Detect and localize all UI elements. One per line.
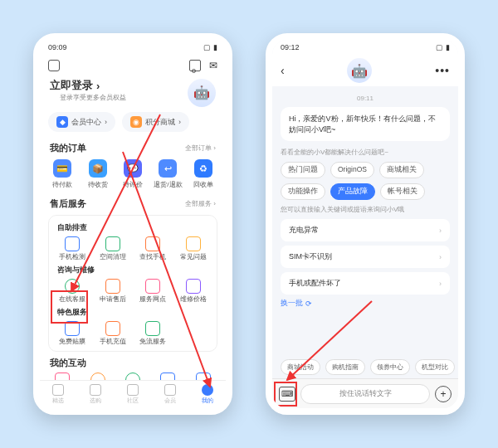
chip-originos[interactable]: OriginOS (330, 162, 374, 178)
space-clean[interactable]: 空间清理 (93, 236, 134, 261)
points-mall-pill[interactable]: ◉积分商城› (122, 112, 189, 132)
order-refund[interactable]: ↩退货/退款 (150, 159, 185, 189)
interact-title: 我的互动 (50, 357, 86, 369)
special-title: 特色服务 (52, 305, 213, 319)
consult-title: 咨询与维修 (52, 263, 213, 277)
chip-fault[interactable]: 产品故障 (330, 183, 375, 200)
chat-time: 09:11 (281, 95, 450, 102)
more-button[interactable]: ••• (435, 64, 450, 77)
phone-check[interactable]: 手机检测 (52, 236, 93, 261)
login-subtitle: 登录享受更多会员权益 (50, 93, 136, 107)
settings-icon[interactable] (48, 60, 60, 71)
chip-mall[interactable]: 商城相关 (379, 162, 424, 178)
selfcheck-title: 自助排查 (52, 221, 213, 235)
bot-avatar: 🤖 (347, 58, 372, 83)
status-icons: ▢ ▮ (436, 43, 450, 51)
input-bar: ⌨ 按住说话转文字 + (272, 378, 458, 408)
chevron-right-icon: › (96, 80, 100, 92)
bchip-coupon[interactable]: 领券中心 (370, 359, 410, 375)
bchip-activity[interactable]: 商城活动 (281, 359, 320, 375)
status-icons: ▢ ▮ (203, 43, 217, 51)
tab-community[interactable]: 社区 (115, 381, 152, 408)
plus-button[interactable]: + (435, 386, 452, 402)
category-chips: 热门问题 OriginOS 商城相关 功能操作 产品故障 帐号相关 (281, 162, 450, 200)
phone-right: 09:12 ▢ ▮ ‹ 🤖 ••• 09:11 Hi，亲爱的V粉，新年快乐！有什… (266, 33, 465, 415)
repair-price[interactable]: 维修价格 (173, 279, 214, 304)
chat-header: ‹ 🤖 ••• (272, 55, 458, 86)
online-service[interactable]: 在线客服 (52, 279, 93, 304)
order-pending-receive[interactable]: 📦待收货 (80, 159, 115, 189)
free-film[interactable]: 免费贴膜 (52, 321, 93, 346)
order-pending-review[interactable]: 💬待评价 (115, 159, 150, 189)
top-bar: ✉ (40, 55, 226, 76)
order-pending-pay[interactable]: 💳待付款 (45, 159, 80, 189)
hint-2: 您可以直接输入关键词或提语来询问小V哦 (281, 205, 450, 214)
member-center-pill[interactable]: ◆会员中心› (48, 112, 115, 132)
faq-sim[interactable]: SIM卡不识别 (281, 246, 450, 268)
orders-title: 我的订单 (50, 142, 86, 154)
bchip-guide[interactable]: 购机指南 (325, 359, 365, 375)
phone-recharge[interactable]: 手机充值 (93, 321, 134, 346)
tab-bar: 精选 选购 社区 会员 我的 (40, 380, 226, 408)
phone-left: 09:09 ▢ ▮ ✉ 立即登录› 登录享受更多会员权益 🤖 ◆会员中心› ◉积… (33, 33, 232, 415)
back-button[interactable]: ‹ (281, 64, 285, 77)
refresh-icon: ⟳ (305, 299, 312, 308)
order-recycle[interactable]: ♻回收单 (186, 159, 221, 189)
message-icon[interactable]: ✉ (209, 60, 217, 71)
faq-charging[interactable]: 充电异常 (281, 219, 450, 241)
voice-input[interactable]: 按住说话转文字 (300, 384, 430, 404)
bchip-compare[interactable]: 机型对比 (415, 359, 455, 375)
chip-hot[interactable]: 热门问题 (281, 162, 325, 178)
greeting-bubble: Hi，亲爱的V粉，新年快乐！有什么问题，不妨问问小V吧~ (281, 107, 450, 141)
service-title: 售后服务 (50, 197, 86, 210)
suggestion-chips: 商城活动 购机指南 领券中心 机型对比 以 (272, 359, 458, 375)
apply-aftersale[interactable]: 申请售后 (93, 279, 134, 304)
status-time: 09:09 (48, 43, 67, 51)
status-time: 09:12 (281, 43, 300, 51)
service-more[interactable]: 全部服务 › (185, 199, 216, 208)
service-card: 自助排查 手机检测 空间清理 查找手机 常见问题 咨询与维修 在线客服 申请售后… (48, 215, 217, 352)
login-button[interactable]: 立即登录› (50, 78, 136, 93)
tab-mine[interactable]: 我的 (188, 381, 226, 408)
faq[interactable]: 常见问题 (173, 236, 214, 261)
faq-broken[interactable]: 手机或配件坏了 (281, 272, 450, 295)
avatar[interactable]: 🤖 (188, 79, 216, 107)
chip-function[interactable]: 功能操作 (281, 183, 325, 200)
orders-row: 💳待付款 📦待收货 💬待评价 ↩退货/退款 ♻回收单 (40, 156, 226, 192)
keyboard-icon[interactable]: ⌨ (279, 387, 295, 402)
cart-icon[interactable] (189, 60, 201, 71)
chat-body: 09:11 Hi，亲爱的V粉，新年快乐！有什么问题，不妨问问小V吧~ 看看全能的… (272, 86, 458, 368)
refresh-button[interactable]: 换一批⟳ (281, 299, 450, 309)
service-point[interactable]: 服务网点 (133, 279, 173, 304)
find-phone[interactable]: 查找手机 (133, 236, 173, 261)
free-data[interactable]: 免流服务 (133, 321, 173, 346)
hint-1: 看看全能的小V都能解决什么问题吧~ (281, 148, 450, 157)
status-bar: 09:09 ▢ ▮ (40, 40, 226, 55)
orders-more[interactable]: 全部订单 › (185, 144, 216, 153)
tab-shop[interactable]: 选购 (77, 381, 115, 408)
tab-featured[interactable]: 精选 (40, 381, 77, 408)
status-bar: 09:12 ▢ ▮ (272, 40, 458, 55)
tab-member[interactable]: 会员 (151, 381, 188, 408)
chip-account[interactable]: 帐号相关 (380, 183, 425, 200)
